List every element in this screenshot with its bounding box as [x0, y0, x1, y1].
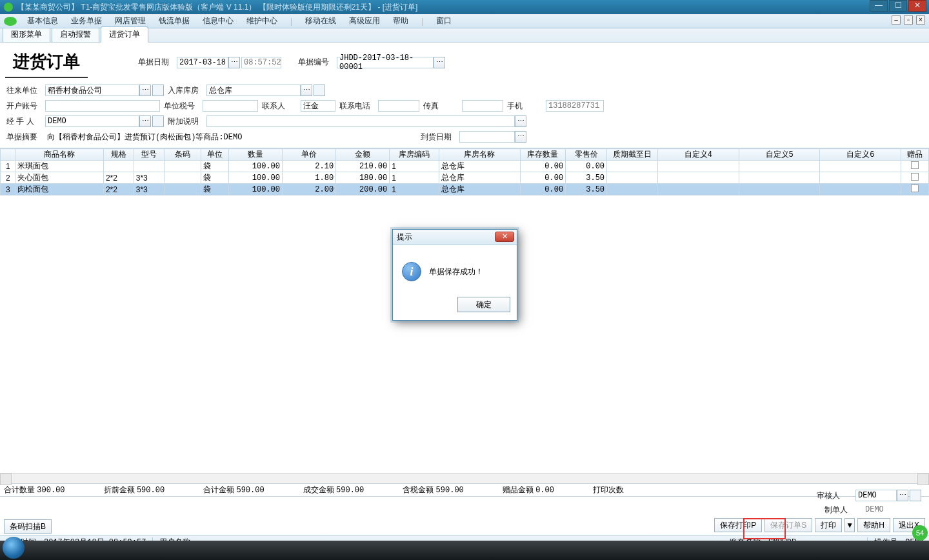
menu-maint[interactable]: 维护中心 — [240, 15, 284, 26]
col-1[interactable]: 商品名称 — [15, 149, 103, 161]
supplier-lookup[interactable]: ⋯ — [139, 85, 151, 96]
col-11[interactable]: 库存数量 — [520, 149, 565, 161]
menu-help[interactable]: 帮助 — [386, 15, 415, 26]
col-4[interactable]: 条码 — [164, 149, 201, 161]
warehouse-label: 入库库房 — [168, 85, 204, 96]
warehouse-info-icon[interactable] — [314, 85, 325, 96]
col-12[interactable]: 零售价 — [566, 149, 607, 161]
h-scrollbar[interactable] — [0, 473, 929, 483]
table-row[interactable]: 3肉松面包2*23*3袋100.002.00200.001总仓库0.003.50 — [1, 184, 929, 195]
menu-window[interactable]: 窗口 — [430, 15, 458, 26]
bill-date-field[interactable]: 2017-03-18 — [177, 57, 228, 68]
menu-basic[interactable]: 基本信息 — [21, 15, 65, 26]
gift-checkbox[interactable] — [911, 161, 919, 169]
extra-lookup[interactable]: ⋯ — [515, 115, 526, 127]
gift-checkbox[interactable] — [911, 173, 919, 181]
mdi-close-button[interactable]: × — [916, 15, 925, 25]
save-order-button[interactable]: 保存订单S — [764, 518, 812, 532]
tel-field[interactable] — [378, 100, 419, 112]
col-9[interactable]: 库房编码 — [390, 149, 439, 161]
bill-no-field[interactable]: JHDD-2017-03-18-00001 — [337, 57, 434, 68]
col-17[interactable]: 赠品 — [901, 149, 929, 161]
menu-shop[interactable]: 网店管理 — [108, 15, 152, 26]
supplier-info-icon[interactable] — [152, 85, 164, 96]
col-6[interactable]: 数量 — [228, 149, 282, 161]
mdi-restore-button[interactable]: ▫ — [904, 15, 913, 25]
pre-disc-label: 折前金额 — [104, 485, 135, 494]
col-10[interactable]: 库房名称 — [439, 149, 520, 161]
menu-biz[interactable]: 业务单据 — [65, 15, 108, 26]
handler-info-icon[interactable] — [152, 115, 164, 127]
print-dropdown[interactable]: ▼ — [844, 518, 855, 532]
os-taskbar[interactable] — [0, 541, 929, 560]
dialog-message: 单据保存成功！ — [429, 266, 483, 277]
table-row[interactable]: 1米琪面包袋100.002.10210.001总仓库0.000.00 — [1, 161, 929, 172]
tab-graph-menu[interactable]: 图形菜单 — [3, 26, 50, 42]
arrive-field[interactable] — [459, 131, 515, 143]
tab-purchase-order[interactable]: 进货订单 — [101, 26, 148, 43]
dialog-close-button[interactable]: ✕ — [495, 232, 514, 242]
start-button[interactable] — [0, 538, 30, 560]
bank-field[interactable] — [45, 100, 160, 112]
warehouse-field[interactable]: 总仓库 — [206, 85, 301, 96]
table-row[interactable]: 2夹心面包2*23*3袋100.001.80180.001总仓库0.003.50 — [1, 172, 929, 184]
col-2[interactable]: 规格 — [103, 149, 134, 161]
col-14[interactable]: 自定义4 — [657, 149, 739, 161]
bill-date-label: 单据日期 — [138, 57, 174, 68]
col-5[interactable]: 单位 — [201, 149, 229, 161]
doc-tabs: 图形菜单 启动报警 进货订单 — [0, 28, 929, 43]
dialog-title: 提示 — [397, 232, 412, 243]
mdi-min-button[interactable]: – — [892, 15, 901, 25]
pre-disc-val: 590.00 — [137, 486, 165, 495]
handler-lookup[interactable]: ⋯ — [139, 115, 151, 127]
col-7[interactable]: 单价 — [282, 149, 335, 161]
col-16[interactable]: 自定义6 — [820, 149, 901, 161]
dialog-ok-button[interactable]: 确定 — [457, 297, 510, 312]
maker-field: DEMO — [863, 504, 904, 515]
warehouse-lookup[interactable]: ⋯ — [301, 85, 312, 96]
col-0[interactable] — [1, 149, 15, 161]
tax-amt-val: 590.00 — [436, 486, 464, 495]
auditor-field[interactable]: DEMO — [855, 490, 897, 501]
win-min-button[interactable]: — — [870, 0, 888, 12]
extra-field[interactable] — [206, 115, 515, 127]
handler-field[interactable]: DEMO — [45, 115, 139, 127]
print-button[interactable]: 打印 — [815, 518, 842, 532]
tax-amt-label: 含税金额 — [403, 485, 434, 494]
tab-alerts[interactable]: 启动报警 — [52, 26, 99, 42]
barcode-scan-button[interactable]: 条码扫描B — [4, 519, 52, 534]
summary-field[interactable]: 向【稻香村食品公司】进货预订(肉松面包)等商品:DEMO — [45, 131, 417, 143]
supplier-field[interactable]: 稻香村食品公司 — [45, 85, 139, 96]
col-8[interactable]: 金额 — [336, 149, 390, 161]
summary-label: 单据摘要 — [6, 132, 43, 143]
col-3[interactable]: 型号 — [134, 149, 164, 161]
total-amt-val: 590.00 — [236, 486, 264, 495]
fax-field[interactable] — [462, 100, 503, 112]
auditor-info-icon[interactable] — [910, 490, 921, 501]
arrive-picker[interactable]: ⋯ — [515, 131, 526, 143]
taxid-field[interactable] — [203, 100, 258, 112]
menu-info[interactable]: 信息中心 — [196, 15, 240, 26]
arrive-label: 到货日期 — [421, 132, 457, 143]
contact-field[interactable]: 汪金 — [301, 100, 335, 112]
menu-money[interactable]: 钱流单据 — [152, 15, 196, 26]
notification-badge[interactable]: 54 — [912, 525, 928, 541]
info-icon: i — [402, 262, 421, 281]
win-max-button[interactable]: ☐ — [889, 0, 907, 12]
col-13[interactable]: 质期截至日 — [607, 149, 658, 161]
footer: 条码扫描B 审核人 DEMO ⋯ 制单人 DEMO 保存打印P 保存订单S 打印… — [0, 496, 929, 535]
bill-date-picker[interactable]: ⋯ — [228, 57, 240, 68]
mobile-field[interactable]: 13188287731 — [546, 100, 604, 112]
bill-time-field: 08:57:52 — [241, 57, 281, 68]
auditor-lookup[interactable]: ⋯ — [897, 490, 908, 501]
menu-mobile[interactable]: 移动在线 — [299, 15, 343, 26]
bill-no-lookup[interactable]: ⋯ — [434, 57, 445, 68]
handler-label: 经 手 人 — [6, 116, 43, 127]
win-close-button[interactable]: ✕ — [908, 0, 926, 12]
col-15[interactable]: 自定义5 — [739, 149, 820, 161]
auditor-label: 审核人 — [817, 490, 853, 501]
menu-advance[interactable]: 高级应用 — [343, 15, 386, 26]
help-button[interactable]: 帮助H — [857, 518, 890, 532]
save-print-button[interactable]: 保存打印P — [714, 518, 762, 532]
gift-checkbox[interactable] — [911, 185, 919, 192]
